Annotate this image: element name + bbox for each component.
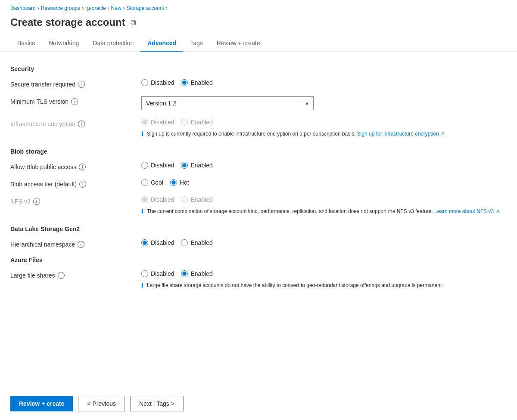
hierarchical-namespace-disabled-option[interactable]: Disabled: [141, 239, 174, 246]
min-tls-label: Minimum TLS version i: [10, 96, 131, 105]
tab-networking[interactable]: Networking: [42, 35, 86, 52]
nfs-v3-enabled-option[interactable]: Enabled: [181, 196, 212, 203]
blob-access-tier-info-icon[interactable]: i: [79, 181, 86, 188]
infra-encryption-info-icon[interactable]: i: [78, 120, 85, 127]
breadcrumb-new[interactable]: New: [111, 5, 121, 11]
nfs-v3-enabled-radio[interactable]: [181, 196, 188, 203]
infra-encryption-msg-text: Sign up is currently required to enable …: [147, 131, 355, 137]
large-file-shares-enabled-option[interactable]: Enabled: [181, 270, 212, 277]
tab-data-protection[interactable]: Data protection: [86, 35, 140, 52]
secure-transfer-enabled-option[interactable]: Enabled: [181, 79, 212, 86]
large-file-shares-msg-text: Large file share storage accounts do not…: [147, 282, 443, 288]
infra-encryption-signup-link[interactable]: Sign up for infrastructure encryption ↗: [357, 131, 445, 137]
large-file-shares-info-message: ℹ Large file share storage accounts do n…: [141, 281, 443, 289]
secure-transfer-row: Secure transfer required i Disabled Enab…: [10, 79, 507, 88]
blob-access-tier-cool-option[interactable]: Cool: [141, 179, 163, 186]
blob-access-tier-control: Cool Hot: [141, 179, 507, 186]
nfs-v3-info-icon[interactable]: i: [33, 198, 40, 205]
nfs-v3-control: Disabled Enabled ℹ The current combinati…: [141, 196, 499, 217]
page-title-row: Create storage account ⧉: [0, 15, 517, 35]
blob-storage-section: Blob storage Allow Blob public access i …: [10, 148, 507, 217]
nfs-v3-info-message: ℹ The current combination of storage acc…: [141, 207, 499, 215]
secure-transfer-disabled-option[interactable]: Disabled: [141, 79, 174, 86]
azure-files-section-title: Azure Files: [10, 256, 507, 263]
infra-encryption-row: Infrastructure encryption i Disabled Ena…: [10, 119, 507, 139]
blob-public-access-info-icon[interactable]: i: [79, 164, 86, 170]
infra-encryption-label: Infrastructure encryption i: [10, 119, 131, 127]
min-tls-row: Minimum TLS version i Version 1.2 ∨: [10, 96, 507, 110]
security-section-title: Security: [10, 65, 507, 72]
previous-button[interactable]: < Previous: [78, 396, 125, 411]
breadcrumb: Dashboard › Resource groups › rg-oracle …: [0, 0, 517, 15]
nfs-v3-disabled-option[interactable]: Disabled: [141, 196, 174, 203]
chevron-down-icon: ∨: [305, 100, 309, 106]
breadcrumb-sep-4: ›: [123, 5, 125, 11]
breadcrumb-resource-groups[interactable]: Resource groups: [41, 5, 80, 11]
nfs-v3-disabled-radio[interactable]: [141, 196, 148, 203]
infra-encryption-enabled-option[interactable]: Enabled: [181, 119, 212, 126]
min-tls-info-icon[interactable]: i: [71, 98, 78, 105]
infra-encryption-control: Disabled Enabled ℹ Sign up is currently …: [141, 119, 445, 139]
hierarchical-namespace-enabled-option[interactable]: Enabled: [181, 239, 212, 246]
min-tls-control: Version 1.2 ∨: [141, 96, 507, 110]
info-circle-icon-lfs: ℹ: [141, 282, 143, 289]
breadcrumb-rg-oracle[interactable]: rg-oracle: [85, 5, 106, 11]
breadcrumb-sep-5: ›: [166, 5, 168, 11]
large-file-shares-disabled-option[interactable]: Disabled: [141, 270, 174, 277]
blob-public-access-disabled-radio[interactable]: [141, 162, 148, 169]
large-file-shares-enabled-radio[interactable]: [181, 270, 188, 277]
page-wrapper: Dashboard › Resource groups › rg-oracle …: [0, 0, 517, 420]
large-file-shares-control: Disabled Enabled ℹ Large file share stor…: [141, 270, 443, 291]
blob-public-access-row: Allow Blob public access i Disabled Enab…: [10, 162, 507, 170]
blob-access-tier-row: Blob access tier (default) i Cool Hot: [10, 179, 507, 188]
content-area: Security Secure transfer required i Disa…: [0, 52, 517, 387]
tab-tags[interactable]: Tags: [183, 35, 210, 52]
blob-access-tier-cool-radio[interactable]: [141, 179, 148, 186]
infra-encryption-radio-group: Disabled Enabled: [141, 119, 445, 126]
blob-access-tier-hot-radio[interactable]: [170, 179, 177, 186]
breadcrumb-sep-1: ›: [37, 5, 39, 11]
breadcrumb-storage-account: Storage account: [126, 5, 164, 11]
secure-transfer-control: Disabled Enabled: [141, 79, 507, 86]
copy-icon[interactable]: ⧉: [131, 18, 136, 27]
breadcrumb-dashboard[interactable]: Dashboard: [10, 5, 36, 11]
infra-encryption-enabled-radio[interactable]: [181, 119, 188, 126]
tab-advanced[interactable]: Advanced: [140, 35, 183, 52]
secure-transfer-info-icon[interactable]: i: [78, 81, 85, 88]
nfs-v3-row: NFS v3 i Disabled Enabled: [10, 196, 507, 217]
hierarchical-namespace-enabled-radio[interactable]: [181, 239, 188, 246]
blob-public-access-label: Allow Blob public access i: [10, 162, 131, 170]
min-tls-dropdown[interactable]: Version 1.2 ∨: [141, 96, 314, 110]
hierarchical-namespace-label: Hierarchical namespace i: [10, 239, 131, 248]
info-circle-icon: ℹ: [141, 130, 143, 137]
large-file-shares-disabled-radio[interactable]: [141, 270, 148, 277]
hierarchical-namespace-disabled-radio[interactable]: [141, 239, 148, 246]
data-lake-section-title: Data Lake Storage Gen2: [10, 225, 507, 232]
tab-review-create[interactable]: Review + create: [210, 35, 267, 52]
nfs-v3-learn-more-link[interactable]: Learn more about NFS v3 ↗: [434, 208, 499, 214]
blob-public-access-enabled-option[interactable]: Enabled: [181, 162, 212, 169]
infra-encryption-info-message: ℹ Sign up is currently required to enabl…: [141, 130, 445, 138]
large-file-shares-radio-group: Disabled Enabled: [141, 270, 443, 277]
large-file-shares-row: Large file shares i Disabled Enabled: [10, 270, 507, 291]
next-button[interactable]: Next : Tags >: [130, 396, 184, 411]
blob-access-tier-hot-option[interactable]: Hot: [170, 179, 189, 186]
info-circle-icon-nfs: ℹ: [141, 208, 143, 215]
tabs-container: Basics Networking Data protection Advanc…: [0, 35, 517, 52]
large-file-shares-label: Large file shares i: [10, 270, 131, 279]
nfs-v3-msg-text: The current combination of storage accou…: [147, 208, 433, 214]
data-lake-section: Data Lake Storage Gen2 Hierarchical name…: [10, 225, 507, 248]
secure-transfer-disabled-radio[interactable]: [141, 79, 148, 86]
azure-files-section: Azure Files Large file shares i Disabled: [10, 256, 507, 291]
large-file-shares-info-icon[interactable]: i: [58, 272, 65, 279]
infra-encryption-disabled-radio[interactable]: [141, 119, 148, 126]
hierarchical-namespace-info-icon[interactable]: i: [78, 241, 84, 248]
tab-basics[interactable]: Basics: [10, 35, 42, 52]
review-create-button[interactable]: Review + create: [10, 396, 73, 411]
page-title: Create storage account: [10, 16, 125, 28]
blob-access-tier-label: Blob access tier (default) i: [10, 179, 131, 188]
blob-public-access-disabled-option[interactable]: Disabled: [141, 162, 174, 169]
secure-transfer-enabled-radio[interactable]: [181, 79, 188, 86]
blob-public-access-enabled-radio[interactable]: [181, 162, 188, 169]
infra-encryption-disabled-option[interactable]: Disabled: [141, 119, 174, 126]
